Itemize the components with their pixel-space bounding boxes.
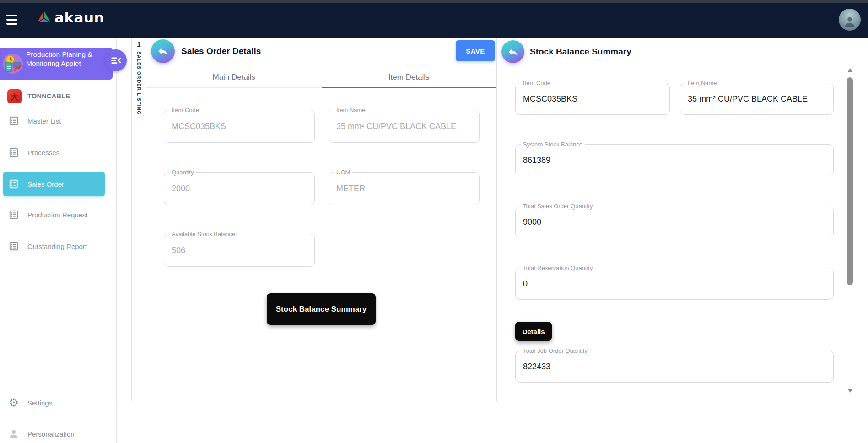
field-value: 35 mm² CU/PVC BLACK CABLE [336, 110, 456, 142]
hamburger-menu-icon[interactable] [6, 14, 22, 27]
stock-summary-back-button[interactable] [501, 40, 524, 63]
item-code-field[interactable]: Item Code MCSC035BKS [164, 110, 315, 143]
quantity-field[interactable]: Quantity 2000 [164, 172, 315, 205]
sidebar-item-label: Master List [27, 117, 61, 125]
applet-title: Production Planing & Monitoring Applet [26, 50, 96, 68]
brand-logo: akaun [36, 9, 104, 26]
field-value: 861389 [523, 145, 550, 176]
tonncable-icon: 大 [7, 89, 22, 103]
listing-count: 1 [132, 40, 146, 48]
sidebar-item-settings[interactable]: ⚙ Settings [0, 395, 117, 411]
summary-item-code-field[interactable]: Item Code MCSC035BKS [515, 83, 670, 115]
scrollbar-thumb[interactable] [847, 77, 853, 285]
right-edge-line [862, 38, 862, 401]
user-avatar[interactable] [839, 9, 861, 31]
field-value: 0 [523, 268, 528, 299]
sidebar-item-label: Production Request [27, 211, 88, 219]
applet-icon [2, 53, 24, 75]
sales-order-panel-title: Sales Order Details [181, 46, 261, 56]
akaun-triangle-icon [36, 9, 52, 26]
list-icon [8, 241, 19, 252]
sidebar-company-tonncable[interactable]: 大 TONNCABLE [0, 88, 117, 104]
field-value: MCSC035BKS [523, 83, 577, 114]
list-icon [8, 178, 19, 189]
total-sales-order-quantity-field[interactable]: Total Sales Order Quantity 9000 [515, 206, 834, 238]
sales-order-listing-collapsed-tab[interactable]: 1 SALES ORDER LISTING [131, 38, 146, 401]
field-value: 9000 [523, 206, 541, 238]
field-value: 2000 [172, 173, 190, 205]
field-value: 822433 [523, 351, 550, 382]
uom-field[interactable]: UOM METER [329, 172, 480, 205]
available-stock-balance-field[interactable]: Available Stock Balance 506 [164, 234, 315, 267]
list-icon [8, 209, 19, 220]
person-icon [8, 428, 19, 439]
details-button[interactable]: Details [515, 322, 552, 341]
field-value: METER [336, 173, 365, 205]
total-job-order-quantity-field[interactable]: Total Job Order Quantity 822433 [515, 351, 834, 383]
tab-item-details[interactable]: Item Details [322, 67, 497, 87]
back-arrow-icon [507, 46, 519, 58]
list-icon [8, 147, 19, 158]
list-icon [8, 115, 19, 126]
sidebar-item-processes[interactable]: Processes [0, 145, 117, 160]
sidebar-item-label: Processes [27, 149, 59, 157]
sidebar-item-outstanding-report[interactable]: Outstanding Report [0, 238, 117, 254]
item-name-field[interactable]: Item Name 35 mm² CU/PVC BLACK CABLE [329, 110, 480, 143]
sidebar-item-sales-order[interactable]: Sales Order [3, 172, 105, 196]
person-silhouette-icon [843, 15, 856, 29]
sidebar-item-production-request[interactable]: Production Request [0, 207, 117, 222]
applet-banner: Production Planing & Monitoring Applet [0, 48, 113, 80]
scrollbar-up-arrow-icon[interactable] [847, 68, 853, 72]
sidebar-item-master-list[interactable]: Master List [0, 113, 117, 129]
stock-balance-summary-button[interactable]: Stock Balance Summary [267, 293, 376, 325]
total-reservation-quantity-field[interactable]: Total Reservation Quantity 0 [515, 268, 834, 300]
field-value: MCSC035BKS [172, 110, 226, 142]
scrollbar-down-arrow-icon[interactable] [847, 389, 853, 393]
tab-main-details[interactable]: Main Details [146, 67, 322, 87]
sidebar-item-personalization[interactable]: Personalization [0, 426, 117, 442]
sidebar-item-label: Settings [27, 399, 52, 407]
app-screen: akaun Produc [0, 0, 868, 443]
company-name: TONNCABLE [27, 92, 70, 100]
summary-item-name-field[interactable]: Item Name 35 mm² CU/PVC BLACK CABLE [680, 83, 834, 115]
back-arrow-icon [157, 45, 169, 57]
listing-vertical-label: SALES ORDER LISTING [136, 51, 142, 115]
gear-icon: ⚙ [8, 397, 19, 408]
top-navbar: akaun [0, 3, 868, 38]
sales-order-back-button[interactable] [151, 39, 175, 63]
panel-divider [496, 38, 497, 401]
field-label: Total Reservation Quantity [521, 265, 595, 271]
field-value: 506 [172, 234, 185, 266]
sidebar-item-label: Personalization [27, 430, 75, 438]
sidebar-item-label: Outstanding Report [27, 243, 87, 250]
field-value: 35 mm² CU/PVC BLACK CABLE [688, 83, 808, 114]
system-stock-balance-field[interactable]: System Stock Balance 861389 [515, 144, 834, 176]
panel-gap [117, 38, 131, 401]
sales-order-tabs: Main Details Item Details [146, 67, 496, 88]
sidebar-item-label: Sales Order [27, 180, 64, 188]
sidebar: Production Planing & Monitoring Applet 大… [0, 38, 117, 443]
brand-name: akaun [54, 9, 104, 26]
save-button[interactable]: SAVE [456, 40, 495, 61]
stock-panel-title: Stock Balance Summary [530, 47, 631, 57]
menu-collapse-icon [110, 54, 122, 66]
sidebar-collapse-button[interactable] [105, 49, 127, 71]
